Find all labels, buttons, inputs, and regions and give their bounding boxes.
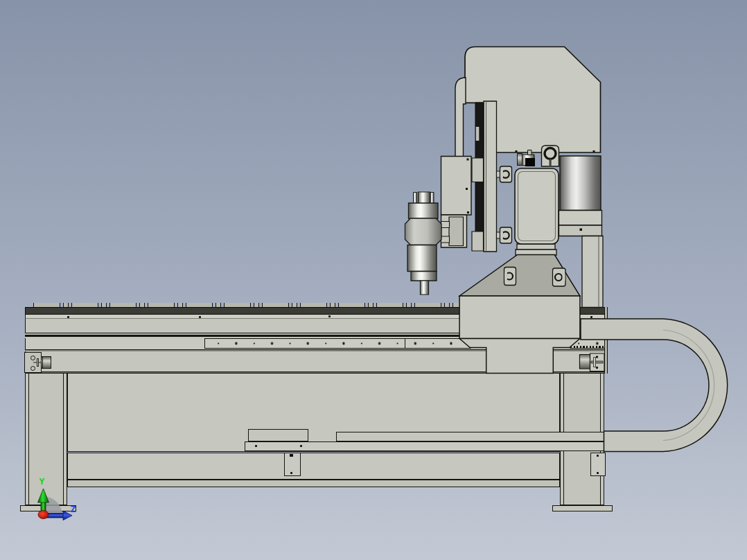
- cable-chain: [581, 319, 728, 452]
- cylinder-block-upper: [559, 211, 602, 226]
- y-axis-label: Y: [39, 476, 45, 487]
- spindle-cap: [419, 192, 430, 204]
- sensor-block: [525, 158, 535, 166]
- plate-roller-upper: [497, 166, 512, 182]
- shaft-collar: [594, 358, 596, 367]
- z-axis-plate: [441, 157, 472, 216]
- x-axis-marker: [38, 511, 49, 519]
- spindle-top-cylinder: [409, 203, 439, 219]
- motor-shaft: [591, 361, 603, 363]
- spindle-motor: [405, 192, 442, 295]
- screw: [580, 229, 583, 231]
- carriage-neck: [517, 244, 555, 250]
- z-axis-label: Z: [71, 504, 76, 514]
- cad-viewport[interactable]: Y Z: [0, 0, 747, 560]
- clamp-tab-upper: [441, 222, 450, 228]
- spindle-pin: [430, 193, 434, 204]
- spindle-clamp-block: [405, 218, 442, 245]
- rail-block-lower: [472, 231, 484, 251]
- gas-spring-cylinder: [560, 156, 601, 211]
- spindle-bracket-window: [449, 217, 464, 246]
- cover-screw: [593, 150, 595, 152]
- rail-block-upper: [472, 158, 484, 182]
- gantry-column-lower: [459, 339, 580, 374]
- head-pillar: [455, 78, 466, 157]
- spindle-collet: [421, 281, 429, 295]
- eyebolt-stem: [550, 159, 552, 167]
- screw: [467, 159, 469, 161]
- stepper-motor-right: [580, 355, 590, 369]
- y-front-plate: [484, 101, 497, 252]
- y-axis-arrowhead: [38, 489, 49, 502]
- z-rail-notch: [476, 127, 480, 141]
- coupler-cap: [518, 154, 522, 166]
- gantry-column-body: [459, 296, 580, 339]
- screw: [467, 211, 469, 213]
- spindle-nose: [411, 272, 437, 281]
- right-side-column: [582, 236, 603, 308]
- screw: [596, 356, 598, 358]
- coupler-stud: [528, 150, 532, 155]
- y-carriage: [515, 168, 559, 244]
- orientation-triad[interactable]: Y Z: [38, 476, 76, 520]
- clamp-tab-lower: [441, 236, 450, 243]
- plate-roller-lower: [497, 227, 512, 243]
- machine-render-layer: Y Z: [0, 0, 747, 560]
- screw: [596, 367, 598, 369]
- cover-screw: [516, 150, 518, 152]
- funnel-roller-left: [504, 268, 516, 286]
- screw: [466, 188, 468, 190]
- funnel-roller-right: [553, 268, 566, 286]
- spindle-body: [407, 245, 437, 272]
- spindle-pin: [414, 193, 417, 204]
- eyebolt-ring: [545, 148, 556, 159]
